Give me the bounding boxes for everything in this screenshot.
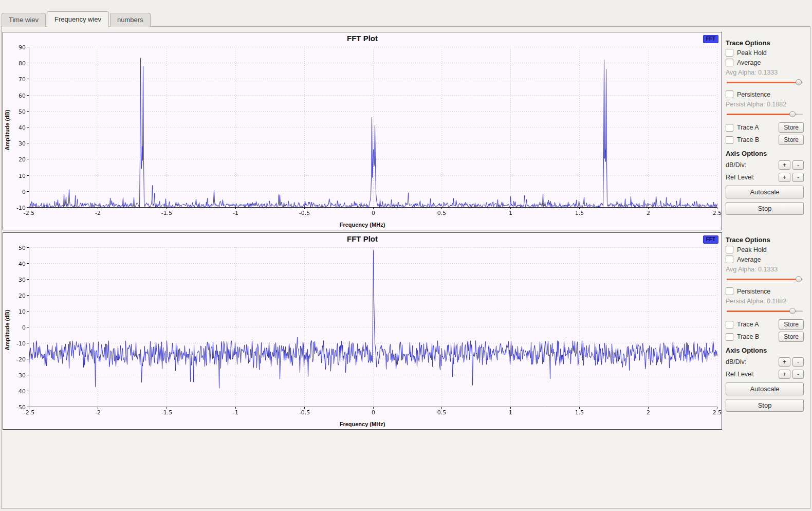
persistence-label: Persistence bbox=[737, 288, 770, 295]
store-trace-a-button[interactable]: Store bbox=[779, 319, 804, 330]
checkbox-icon[interactable] bbox=[726, 124, 733, 132]
persist-alpha-slider[interactable] bbox=[727, 111, 803, 118]
y-axis-label: Amplitude (dB) bbox=[4, 99, 10, 161]
persist-alpha-label: Persist Alpha: 0.1882 bbox=[726, 101, 804, 108]
avg-alpha-label: Avg Alpha: 0.1333 bbox=[726, 266, 804, 273]
slider-handle[interactable] bbox=[796, 79, 802, 85]
checkbox-icon[interactable] bbox=[726, 321, 733, 328]
peak-hold-label: Peak Hold bbox=[737, 246, 767, 253]
persistence-checkbox[interactable]: Persistence bbox=[726, 287, 804, 295]
store-trace-a-button[interactable]: Store bbox=[779, 122, 804, 133]
average-checkbox[interactable]: Average bbox=[726, 59, 804, 66]
tab-time-view[interactable]: Time wiev bbox=[2, 13, 46, 27]
fft-plot-panel-bottom: FFT Plot FFT Amplitude (dB) Frequency (M… bbox=[3, 232, 722, 430]
trace-b-label: Trace B bbox=[737, 136, 759, 143]
db-div-row: dB/Div: + - bbox=[726, 357, 804, 367]
trace-b-checkbox[interactable]: Trace B bbox=[726, 333, 759, 341]
ref-level-row: Ref Level: + - bbox=[726, 370, 804, 379]
plot-title: FFT Plot bbox=[3, 34, 722, 43]
checkbox-icon[interactable] bbox=[726, 256, 733, 263]
slider-handle[interactable] bbox=[789, 308, 796, 314]
autoscale-button[interactable]: Autoscale bbox=[726, 382, 804, 395]
ref-level-label: Ref Level: bbox=[726, 174, 754, 181]
trace-options-heading: Trace Options bbox=[726, 39, 804, 47]
average-label: Average bbox=[737, 59, 761, 66]
x-axis-label: Frequency (MHz) bbox=[3, 222, 722, 228]
peak-hold-label: Peak Hold bbox=[737, 49, 767, 57]
store-trace-b-button[interactable]: Store bbox=[779, 332, 804, 342]
store-trace-b-button[interactable]: Store bbox=[779, 135, 804, 145]
db-div-row: dB/Div: + - bbox=[726, 160, 804, 170]
ref-level-minus-button[interactable]: - bbox=[792, 173, 804, 182]
trace-a-checkbox[interactable]: Trace A bbox=[726, 321, 759, 328]
autoscale-button[interactable]: Autoscale bbox=[726, 186, 804, 198]
avg-alpha-label: Avg Alpha: 0.1333 bbox=[726, 69, 804, 76]
trace-a-label: Trace A bbox=[737, 321, 759, 328]
checkbox-icon[interactable] bbox=[726, 246, 733, 253]
checkbox-icon[interactable] bbox=[726, 59, 733, 66]
stop-button[interactable]: Stop bbox=[726, 202, 804, 215]
db-div-plus-button[interactable]: + bbox=[779, 160, 790, 170]
persist-alpha-label: Persist Alpha: 0.1882 bbox=[726, 298, 804, 305]
slider-handle[interactable] bbox=[789, 111, 796, 117]
trace-b-label: Trace B bbox=[737, 333, 759, 340]
ref-level-minus-button[interactable]: - bbox=[792, 370, 804, 379]
trace-b-checkbox[interactable]: Trace B bbox=[726, 136, 759, 144]
trace-options-heading: Trace Options bbox=[726, 236, 804, 244]
y-axis-label: Amplitude (dB) bbox=[4, 299, 10, 361]
db-div-plus-button[interactable]: + bbox=[779, 357, 790, 367]
trace-a-checkbox[interactable]: Trace A bbox=[726, 124, 759, 132]
ref-level-plus-button[interactable]: + bbox=[779, 370, 790, 379]
axis-options-heading: Axis Options bbox=[726, 346, 804, 354]
persistence-label: Persistence bbox=[737, 91, 770, 98]
axis-options-heading: Axis Options bbox=[726, 150, 804, 157]
slider-fill bbox=[727, 82, 799, 83]
slider-fill bbox=[727, 114, 793, 115]
avg-alpha-slider[interactable] bbox=[727, 276, 803, 283]
fft-plot-panel-top: FFT Plot FFT Amplitude (dB) Frequency (M… bbox=[3, 32, 722, 230]
checkbox-icon[interactable] bbox=[726, 49, 733, 57]
persistence-checkbox[interactable]: Persistence bbox=[726, 90, 804, 98]
plot-title: FFT Plot bbox=[3, 234, 722, 243]
tab-frequency-view[interactable]: Frequency wiev bbox=[47, 11, 109, 27]
db-div-minus-button[interactable]: - bbox=[792, 357, 804, 367]
trace-a-row: Trace A Store bbox=[726, 122, 804, 133]
checkbox-icon[interactable] bbox=[726, 287, 733, 295]
average-label: Average bbox=[737, 256, 761, 263]
trace-controls-top: Trace Options Peak Hold Average Avg Alph… bbox=[726, 39, 804, 215]
ref-level-label: Ref Level: bbox=[726, 371, 754, 378]
ref-level-plus-button[interactable]: + bbox=[779, 173, 790, 182]
peak-hold-checkbox[interactable]: Peak Hold bbox=[726, 246, 804, 253]
stop-button[interactable]: Stop bbox=[726, 399, 804, 412]
fft-plot-canvas-top[interactable] bbox=[15, 44, 722, 217]
slider-fill bbox=[727, 279, 799, 280]
tab-numbers[interactable]: numbers bbox=[110, 13, 151, 27]
fft-badge: FFT bbox=[703, 35, 718, 43]
db-div-label: dB/Div: bbox=[726, 161, 746, 169]
slider-handle[interactable] bbox=[796, 276, 802, 282]
db-div-label: dB/Div: bbox=[726, 358, 746, 366]
trace-a-label: Trace A bbox=[737, 124, 759, 131]
persist-alpha-slider[interactable] bbox=[727, 307, 803, 315]
trace-b-row: Trace B Store bbox=[726, 135, 804, 145]
tab-bar: Time wiev Frequency wiev numbers bbox=[2, 10, 151, 27]
trace-b-row: Trace B Store bbox=[726, 332, 804, 342]
slider-fill bbox=[727, 311, 793, 312]
fft-plot-canvas-bottom[interactable] bbox=[15, 244, 722, 417]
fft-badge: FFT bbox=[703, 235, 718, 244]
db-div-minus-button[interactable]: - bbox=[792, 160, 804, 170]
avg-alpha-slider[interactable] bbox=[727, 79, 803, 86]
trace-controls-bottom: Trace Options Peak Hold Average Avg Alph… bbox=[726, 236, 804, 412]
trace-a-row: Trace A Store bbox=[726, 319, 804, 330]
checkbox-icon[interactable] bbox=[726, 136, 733, 144]
average-checkbox[interactable]: Average bbox=[726, 256, 804, 263]
checkbox-icon[interactable] bbox=[726, 90, 733, 98]
x-axis-label: Frequency (MHz) bbox=[3, 421, 722, 427]
peak-hold-checkbox[interactable]: Peak Hold bbox=[726, 49, 804, 57]
ref-level-row: Ref Level: + - bbox=[726, 173, 804, 182]
checkbox-icon[interactable] bbox=[726, 333, 733, 341]
